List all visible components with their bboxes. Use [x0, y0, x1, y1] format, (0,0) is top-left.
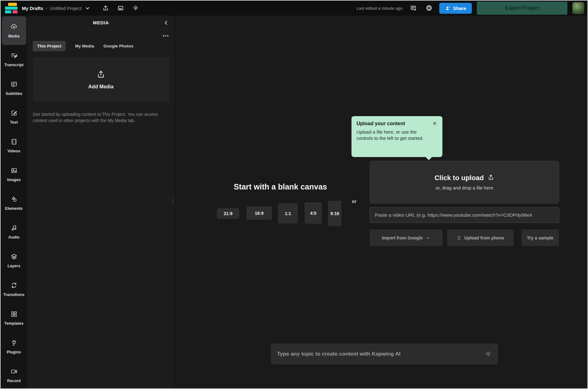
panel-overflow-menu-icon[interactable]: •••	[162, 33, 169, 38]
transcript-scissors-icon	[10, 52, 18, 61]
share-button[interactable]: Share	[439, 3, 472, 14]
project-chevron-down-icon[interactable]	[84, 3, 91, 13]
sidebar-item-label: Record	[7, 379, 21, 383]
top-bar: My Drafts › Untitled Project La	[1, 1, 587, 16]
ai-lightbulb-icon[interactable]	[485, 351, 492, 357]
captions-card-icon[interactable]	[115, 3, 126, 13]
editor-canvas: Start with a blank canvas 21:9 16:9 1:1 …	[175, 16, 588, 389]
idea-lightbulb-icon[interactable]	[130, 3, 141, 13]
logo-bar-yellow	[8, 3, 17, 6]
tooltip-body: Upload a file here, or use the controls …	[356, 129, 428, 141]
sidebar-item-label: Templates	[4, 321, 24, 326]
media-panel-title: MEDIA	[93, 20, 109, 25]
add-media-label: Add Media	[88, 84, 114, 90]
media-panel-description: Get started by uploading content to This…	[33, 111, 160, 124]
logo-bar-pink	[12, 10, 17, 13]
loop-arrows-icon	[10, 282, 18, 290]
sidebar-item-label: Plugins	[7, 350, 21, 354]
comments-icon[interactable]	[408, 3, 419, 13]
grid-icon	[10, 310, 18, 319]
sidebar-item-media[interactable]: Media	[2, 16, 26, 45]
sidebar-item-label: Text	[10, 120, 18, 125]
media-tabs: This Project My Media Google Photos	[33, 41, 169, 51]
aspect-ratio-4-5-button[interactable]: 4:5	[305, 202, 322, 224]
upload-arrow-icon	[487, 174, 494, 182]
sidebar-item-label: Media	[8, 34, 20, 38]
try-a-sample-label: Try a sample	[527, 235, 554, 240]
sidebar-item-elements[interactable]: Elements	[2, 189, 26, 217]
video-url-input[interactable]	[370, 207, 559, 223]
sidebar-item-label: Videos	[7, 149, 20, 153]
sidebar-item-label: Transitions	[3, 293, 25, 297]
blank-canvas-heading: Start with a blank canvas	[234, 182, 327, 191]
logo-bar-teal	[5, 7, 17, 10]
sidebar-item-images[interactable]: Images	[2, 160, 26, 189]
sidebar-item-label: Transcript	[4, 63, 23, 67]
aspect-ratio-16-9-button[interactable]: 16:9	[247, 206, 272, 220]
upload-from-phone-button[interactable]: Upload from phone	[447, 229, 514, 246]
image-icon	[10, 167, 18, 175]
shapes-icon	[10, 195, 18, 204]
upload-from-phone-label: Upload from phone	[464, 235, 504, 240]
breadcrumb-separator: ›	[46, 6, 47, 11]
subtitles-bubble-icon	[10, 81, 18, 89]
upload-project-icon[interactable]	[100, 3, 111, 13]
logo-bar-teal-small	[5, 10, 11, 13]
tab-google-photos[interactable]: Google Photos	[103, 41, 133, 51]
breadcrumb: My Drafts › Untitled Project	[22, 3, 91, 13]
last-edited-status: Last edited a minute ago	[356, 6, 402, 11]
add-media-button[interactable]: Add Media	[33, 57, 169, 102]
upload-dropzone-title: Click to upload	[435, 174, 484, 182]
sidebar-item-label: Elements	[5, 206, 22, 211]
breadcrumb-my-drafts[interactable]: My Drafts	[22, 6, 43, 11]
kapwing-ai-prompt-bar[interactable]	[271, 343, 498, 364]
sidebar-item-label: Audio	[8, 235, 20, 239]
media-panel: MEDIA ••• This Project My Media Google P…	[27, 16, 175, 389]
user-avatar[interactable]	[572, 2, 584, 14]
panel-resize-handle[interactable]	[172, 198, 173, 203]
sidebar-item-text[interactable]: Text	[2, 102, 26, 131]
upload-content-tooltip: Upload your content ✕ Upload a file here…	[351, 116, 442, 157]
aspect-ratio-9-16-button[interactable]: 9:16	[328, 201, 341, 226]
tooltip-close-icon[interactable]: ✕	[432, 121, 437, 126]
video-camera-icon	[10, 368, 18, 377]
layers-icon	[10, 253, 18, 262]
export-project-button[interactable]: Export Project	[477, 2, 567, 15]
tab-this-project[interactable]: This Project	[33, 41, 66, 51]
upload-cloud-icon	[10, 23, 18, 32]
upload-arrow-icon	[96, 70, 106, 80]
sidebar-item-audio[interactable]: Audio	[2, 217, 26, 246]
aspect-ratio-21-9-button[interactable]: 21:9	[217, 208, 239, 219]
import-from-google-label: Import from Google	[382, 235, 423, 240]
ai-topic-input[interactable]	[277, 351, 481, 357]
sidebar-item-transitions[interactable]: Transitions	[2, 275, 26, 303]
media-panel-header: MEDIA	[27, 16, 175, 30]
sidebar-item-label: Images	[7, 178, 21, 182]
sidebar-item-transcript[interactable]: Transcript	[2, 45, 26, 74]
sidebar-item-record[interactable]: Record	[2, 361, 26, 389]
collapse-panel-chevron-left-icon[interactable]	[162, 19, 170, 27]
aspect-ratio-1-1-button[interactable]: 1:1	[278, 203, 298, 224]
kapwing-logo[interactable]	[3, 1, 17, 15]
kapwing-editor-window: My Drafts › Untitled Project La	[0, 0, 588, 389]
add-person-icon	[445, 5, 451, 11]
sidebar-item-layers[interactable]: Layers	[2, 246, 26, 275]
sidebar-item-label: Subtitles	[6, 91, 22, 96]
sidebar-item-plugins[interactable]: Plugins	[2, 332, 26, 361]
try-a-sample-button[interactable]: Try a sample	[521, 229, 559, 246]
film-icon	[10, 138, 18, 147]
import-from-google-button[interactable]: Import from Google	[370, 229, 443, 246]
upload-dropzone-subtitle: or, drag and drop a file here	[436, 185, 493, 190]
project-title[interactable]: Untitled Project	[50, 6, 82, 11]
sidebar-item-templates[interactable]: Templates	[2, 303, 26, 332]
text-edit-icon	[10, 109, 18, 118]
tab-my-media[interactable]: My Media	[75, 41, 94, 51]
settings-gear-icon[interactable]: ⚙	[424, 3, 434, 13]
tools-sidebar: Media Transcript Subtitles Text Videos I…	[1, 16, 27, 389]
sidebar-item-videos[interactable]: Videos	[2, 131, 26, 160]
click-to-upload-dropzone[interactable]: Click to upload or, drag and drop a file…	[370, 161, 559, 204]
phone-icon	[456, 235, 461, 240]
or-divider-label: or	[352, 199, 356, 204]
sidebar-item-subtitles[interactable]: Subtitles	[2, 74, 26, 102]
chevron-down-icon	[426, 235, 431, 240]
